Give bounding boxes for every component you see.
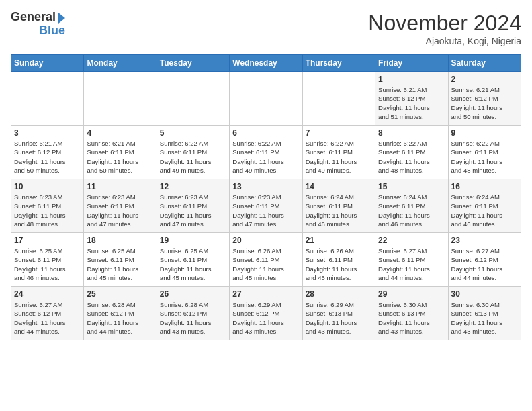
day-info: Sunrise: 6:23 AM Sunset: 6:11 PM Dayligh… <box>87 193 153 228</box>
day-info: Sunrise: 6:26 AM Sunset: 6:11 PM Dayligh… <box>306 246 372 282</box>
page-header: General Blue November 2024 Ajaokuta, Kog… <box>11 11 521 46</box>
day-info: Sunrise: 6:26 AM Sunset: 6:11 PM Dayligh… <box>232 246 299 282</box>
day-number: 14 <box>306 182 372 191</box>
calendar-cell: 20Sunrise: 6:26 AM Sunset: 6:11 PM Dayli… <box>230 233 302 287</box>
calendar-week-row: 17Sunrise: 6:25 AM Sunset: 6:11 PM Dayli… <box>11 233 521 287</box>
calendar-cell: 26Sunrise: 6:28 AM Sunset: 6:12 PM Dayli… <box>157 287 229 340</box>
day-number: 16 <box>451 182 518 191</box>
title-block: November 2024 Ajaokuta, Kogi, Nigeria <box>368 11 521 46</box>
day-number: 30 <box>451 289 518 299</box>
calendar-table: SundayMondayTuesdayWednesdayThursdayFrid… <box>11 54 521 340</box>
calendar-cell: 8Sunrise: 6:22 AM Sunset: 6:11 PM Daylig… <box>375 126 448 179</box>
day-info: Sunrise: 6:22 AM Sunset: 6:11 PM Dayligh… <box>378 139 445 175</box>
day-number: 2 <box>451 75 518 84</box>
day-number: 27 <box>232 289 299 299</box>
day-number: 18 <box>87 236 153 245</box>
month-title: November 2024 <box>368 11 521 36</box>
calendar-week-row: 3Sunrise: 6:21 AM Sunset: 6:12 PM Daylig… <box>11 126 521 179</box>
calendar-cell <box>84 72 157 126</box>
day-info: Sunrise: 6:22 AM Sunset: 6:11 PM Dayligh… <box>306 139 372 175</box>
day-info: Sunrise: 6:25 AM Sunset: 6:11 PM Dayligh… <box>160 246 226 282</box>
day-info: Sunrise: 6:27 AM Sunset: 6:12 PM Dayligh… <box>14 300 81 336</box>
logo-arrow-icon <box>58 13 65 24</box>
calendar-week-row: 10Sunrise: 6:23 AM Sunset: 6:11 PM Dayli… <box>11 179 521 233</box>
location: Ajaokuta, Kogi, Nigeria <box>368 36 521 46</box>
day-number: 11 <box>87 182 153 191</box>
day-number: 9 <box>451 128 518 138</box>
day-number: 17 <box>14 236 81 245</box>
calendar-cell <box>11 72 84 126</box>
col-header-tuesday: Tuesday <box>157 55 229 72</box>
day-info: Sunrise: 6:28 AM Sunset: 6:12 PM Dayligh… <box>160 300 226 336</box>
day-info: Sunrise: 6:21 AM Sunset: 6:12 PM Dayligh… <box>451 85 518 121</box>
calendar-cell: 11Sunrise: 6:23 AM Sunset: 6:11 PM Dayli… <box>84 179 157 233</box>
day-number: 6 <box>232 128 299 138</box>
day-number: 28 <box>306 289 372 299</box>
calendar-cell: 19Sunrise: 6:25 AM Sunset: 6:11 PM Dayli… <box>157 233 229 287</box>
day-number: 19 <box>160 236 226 245</box>
day-info: Sunrise: 6:25 AM Sunset: 6:11 PM Dayligh… <box>87 246 153 282</box>
calendar-cell: 18Sunrise: 6:25 AM Sunset: 6:11 PM Dayli… <box>84 233 157 287</box>
day-info: Sunrise: 6:27 AM Sunset: 6:12 PM Dayligh… <box>451 246 518 282</box>
calendar-cell: 2Sunrise: 6:21 AM Sunset: 6:12 PM Daylig… <box>448 72 521 126</box>
calendar-cell: 24Sunrise: 6:27 AM Sunset: 6:12 PM Dayli… <box>11 287 84 340</box>
day-info: Sunrise: 6:29 AM Sunset: 6:12 PM Dayligh… <box>232 300 299 336</box>
day-info: Sunrise: 6:28 AM Sunset: 6:12 PM Dayligh… <box>87 300 153 336</box>
calendar-cell: 12Sunrise: 6:23 AM Sunset: 6:11 PM Dayli… <box>157 179 229 233</box>
calendar-cell: 10Sunrise: 6:23 AM Sunset: 6:11 PM Dayli… <box>11 179 84 233</box>
day-info: Sunrise: 6:23 AM Sunset: 6:11 PM Dayligh… <box>160 193 226 228</box>
day-number: 25 <box>87 289 153 299</box>
day-info: Sunrise: 6:22 AM Sunset: 6:11 PM Dayligh… <box>451 139 518 175</box>
calendar-cell: 25Sunrise: 6:28 AM Sunset: 6:12 PM Dayli… <box>84 287 157 340</box>
day-info: Sunrise: 6:30 AM Sunset: 6:13 PM Dayligh… <box>451 300 518 336</box>
day-info: Sunrise: 6:22 AM Sunset: 6:11 PM Dayligh… <box>160 139 226 175</box>
day-number: 22 <box>378 236 445 245</box>
calendar-cell: 22Sunrise: 6:27 AM Sunset: 6:11 PM Dayli… <box>375 233 448 287</box>
day-number: 20 <box>232 236 299 245</box>
calendar-cell: 17Sunrise: 6:25 AM Sunset: 6:11 PM Dayli… <box>11 233 84 287</box>
logo-line1: General <box>11 11 56 24</box>
day-info: Sunrise: 6:24 AM Sunset: 6:11 PM Dayligh… <box>306 193 372 228</box>
calendar-cell: 16Sunrise: 6:24 AM Sunset: 6:11 PM Dayli… <box>448 179 521 233</box>
day-number: 29 <box>378 289 445 299</box>
calendar-cell: 23Sunrise: 6:27 AM Sunset: 6:12 PM Dayli… <box>448 233 521 287</box>
calendar-cell: 28Sunrise: 6:29 AM Sunset: 6:13 PM Dayli… <box>302 287 375 340</box>
col-header-sunday: Sunday <box>11 55 84 72</box>
day-number: 4 <box>87 128 153 138</box>
day-number: 13 <box>232 182 299 191</box>
calendar-cell: 21Sunrise: 6:26 AM Sunset: 6:11 PM Dayli… <box>302 233 375 287</box>
day-info: Sunrise: 6:29 AM Sunset: 6:13 PM Dayligh… <box>306 300 372 336</box>
logo: General Blue <box>11 11 65 38</box>
calendar-cell: 6Sunrise: 6:22 AM Sunset: 6:11 PM Daylig… <box>230 126 302 179</box>
day-info: Sunrise: 6:21 AM Sunset: 6:12 PM Dayligh… <box>378 85 445 121</box>
day-info: Sunrise: 6:23 AM Sunset: 6:11 PM Dayligh… <box>14 193 81 228</box>
calendar-cell: 4Sunrise: 6:21 AM Sunset: 6:11 PM Daylig… <box>84 126 157 179</box>
day-number: 23 <box>451 236 518 245</box>
day-info: Sunrise: 6:27 AM Sunset: 6:11 PM Dayligh… <box>378 246 445 282</box>
calendar-cell <box>157 72 229 126</box>
day-info: Sunrise: 6:22 AM Sunset: 6:11 PM Dayligh… <box>232 139 299 175</box>
day-info: Sunrise: 6:21 AM Sunset: 6:12 PM Dayligh… <box>14 139 81 175</box>
calendar-cell: 9Sunrise: 6:22 AM Sunset: 6:11 PM Daylig… <box>448 126 521 179</box>
day-info: Sunrise: 6:24 AM Sunset: 6:11 PM Dayligh… <box>451 193 518 228</box>
day-info: Sunrise: 6:30 AM Sunset: 6:13 PM Dayligh… <box>378 300 445 336</box>
calendar-cell: 5Sunrise: 6:22 AM Sunset: 6:11 PM Daylig… <box>157 126 229 179</box>
col-header-monday: Monday <box>84 55 157 72</box>
day-number: 5 <box>160 128 226 138</box>
day-number: 26 <box>160 289 226 299</box>
calendar-cell: 29Sunrise: 6:30 AM Sunset: 6:13 PM Dayli… <box>375 287 448 340</box>
calendar-cell: 7Sunrise: 6:22 AM Sunset: 6:11 PM Daylig… <box>302 126 375 179</box>
day-number: 3 <box>14 128 81 138</box>
col-header-friday: Friday <box>375 55 448 72</box>
calendar-cell <box>302 72 375 126</box>
day-number: 1 <box>378 75 445 84</box>
day-info: Sunrise: 6:23 AM Sunset: 6:11 PM Dayligh… <box>232 193 299 228</box>
calendar-cell: 15Sunrise: 6:24 AM Sunset: 6:11 PM Dayli… <box>375 179 448 233</box>
col-header-thursday: Thursday <box>302 55 375 72</box>
day-info: Sunrise: 6:21 AM Sunset: 6:11 PM Dayligh… <box>87 139 153 175</box>
logo-line2: Blue <box>39 24 65 38</box>
calendar-cell: 30Sunrise: 6:30 AM Sunset: 6:13 PM Dayli… <box>448 287 521 340</box>
day-number: 15 <box>378 182 445 191</box>
day-info: Sunrise: 6:24 AM Sunset: 6:11 PM Dayligh… <box>378 193 445 228</box>
calendar-cell: 27Sunrise: 6:29 AM Sunset: 6:12 PM Dayli… <box>230 287 302 340</box>
